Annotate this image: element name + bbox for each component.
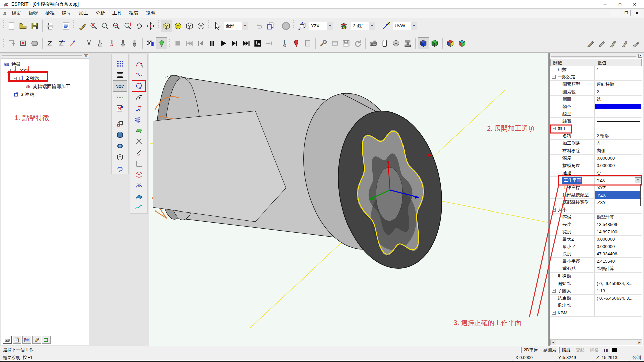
- status-toggle-交點[interactable]: 交點: [574, 347, 587, 353]
- line-style-preview[interactable]: [597, 114, 640, 114]
- property-row-20[interactable]: −大小: [550, 206, 642, 214]
- property-row-4[interactable]: 圖素號2: [550, 88, 642, 96]
- property-row-14[interactable]: 拔模角度0.000000: [550, 162, 642, 169]
- tree-panel-handle[interactable]: ✕: [1, 54, 89, 59]
- work-plane-icon-icon[interactable]: [297, 20, 308, 32]
- iso-box-icon[interactable]: [113, 152, 127, 163]
- menu-1[interactable]: 檔案: [8, 9, 25, 18]
- stop-octagon-icon[interactable]: [280, 20, 292, 32]
- hi-color-swatch[interactable]: [612, 348, 617, 352]
- line-style-preview[interactable]: [597, 121, 640, 122]
- expander-icon[interactable]: −: [7, 69, 11, 73]
- chisel-b-icon[interactable]: [596, 38, 607, 50]
- blue-disc-icon[interactable]: [113, 140, 127, 152]
- property-value[interactable]: YZX▼: [595, 177, 642, 184]
- status-toggle-捕捉[interactable]: 捕捉: [559, 347, 573, 353]
- drop-arrows-icon[interactable]: [113, 92, 127, 103]
- pin-red-icon[interactable]: [290, 37, 302, 49]
- tree-panel-close-icon[interactable]: ✕: [84, 54, 88, 58]
- zigzag-arrow-icon[interactable]: [132, 103, 146, 114]
- property-row-21[interactable]: 區域點擊計算: [550, 214, 642, 221]
- tree-node-lathe-operation[interactable]: 旋轉端面輪廓加工: [25, 84, 70, 90]
- tab-operations[interactable]: [13, 336, 21, 344]
- 3d-viewport[interactable]: [149, 53, 549, 346]
- property-value[interactable]: 2 輪廓: [595, 132, 642, 139]
- property-value[interactable]: [595, 73, 642, 80]
- property-panel-handle[interactable]: ✕: [550, 53, 643, 58]
- expander-icon[interactable]: −: [552, 208, 556, 212]
- zoom-scale-icon[interactable]: [122, 20, 133, 32]
- property-value[interactable]: [595, 125, 642, 132]
- tree-node-profile-2[interactable]: −2 輪廓: [13, 75, 40, 81]
- blue-swirl-icon[interactable]: [113, 163, 127, 174]
- checker-tool-icon[interactable]: [145, 37, 156, 49]
- glasses-icon[interactable]: [113, 80, 127, 92]
- media-loop-icon[interactable]: [252, 37, 263, 49]
- surface-blue-icon[interactable]: [132, 191, 146, 202]
- property-value[interactable]: ( 0, -6.450634, 3....: [595, 295, 642, 302]
- property-row-30[interactable]: 開始點( 0, -6.450634, 3....: [550, 280, 642, 287]
- status-toggle-網格[interactable]: 網格: [588, 347, 601, 353]
- mdi-close-button[interactable]: ✕: [633, 10, 641, 16]
- zoom-window-icon[interactable]: [88, 20, 99, 32]
- property-row-10[interactable]: 名稱2 輪廓: [550, 132, 642, 140]
- property-row-24[interactable]: 最大Z0.000000: [550, 236, 642, 243]
- close-button[interactable]: ✕: [627, 0, 642, 9]
- press-tool-icon[interactable]: [402, 37, 413, 49]
- axis-arrow-icon[interactable]: [67, 37, 79, 49]
- menu-8[interactable]: 視窗: [125, 9, 142, 18]
- vtoolbar-handle[interactable]: [132, 55, 146, 57]
- menu-9[interactable]: 說明: [142, 9, 159, 18]
- m-doc-icon[interactable]: [113, 103, 127, 114]
- display-wireframe-icon[interactable]: [184, 20, 195, 32]
- arc-plus-icon[interactable]: [132, 92, 146, 103]
- y-curve-icon[interactable]: [132, 147, 146, 158]
- property-row-23[interactable]: 寬度14.897100: [550, 228, 642, 236]
- property-row-5[interactable]: 層面銑: [550, 96, 642, 103]
- dropdown-option-yzx[interactable]: YZX: [595, 191, 640, 199]
- property-row-2[interactable]: −一般設定: [550, 73, 642, 81]
- transform-z2-icon[interactable]: [56, 37, 67, 49]
- cube-multi-icon[interactable]: [445, 37, 456, 49]
- dropdown-option-xyz[interactable]: XYZ: [595, 184, 640, 191]
- media-stop-icon[interactable]: [172, 37, 183, 49]
- property-panel-scrollbar[interactable]: ◀ ▶: [550, 339, 642, 345]
- color-swatch[interactable]: [595, 104, 641, 109]
- property-value[interactable]: 0.000000: [595, 236, 642, 243]
- tab-feature[interactable]: [3, 336, 12, 344]
- angle-edge-icon[interactable]: [132, 158, 146, 169]
- menu-4[interactable]: 建立: [58, 9, 75, 18]
- property-value[interactable]: [595, 309, 642, 316]
- menu-5[interactable]: 加工: [75, 9, 92, 18]
- dropdown-option-zxy[interactable]: ZXY: [595, 199, 640, 206]
- select-cursor-icon[interactable]: [211, 20, 223, 32]
- property-row-12[interactable]: 材料移除內側: [550, 147, 642, 155]
- report-icon[interactable]: [60, 20, 72, 32]
- refresh-gray-icon[interactable]: [352, 37, 363, 49]
- property-row-6[interactable]: 顏色: [550, 103, 642, 110]
- cube-blue-icon[interactable]: [418, 37, 429, 49]
- tree-root-features[interactable]: 特徵: [4, 61, 21, 67]
- menu-6[interactable]: 分析: [92, 9, 109, 18]
- property-row-33[interactable]: 退出點: [550, 302, 642, 309]
- x-curve-icon[interactable]: [132, 136, 146, 147]
- property-value[interactable]: 2.415540: [595, 258, 642, 265]
- media-prev-icon[interactable]: [195, 37, 206, 49]
- expander-icon[interactable]: −: [552, 75, 556, 79]
- property-value[interactable]: 14.897100: [595, 228, 642, 235]
- rounded-rect-icon[interactable]: [29, 37, 40, 49]
- profile-v-icon[interactable]: [83, 37, 95, 49]
- minimize-button[interactable]: ─: [598, 0, 612, 9]
- drill-tap-icon[interactable]: [129, 37, 140, 49]
- mdi-minimize-button[interactable]: –: [611, 10, 620, 16]
- chisel-a-icon[interactable]: [584, 38, 596, 50]
- menu-7[interactable]: 工具: [109, 9, 125, 18]
- menu-3[interactable]: 檢視: [42, 9, 58, 18]
- status-toggle-副圖素[interactable]: 副圖素: [541, 347, 559, 353]
- media-step-icon[interactable]: [263, 37, 275, 49]
- property-value[interactable]: 1:13: [595, 287, 642, 294]
- coil-spring-icon[interactable]: [132, 114, 146, 125]
- print-icon[interactable]: [45, 20, 56, 32]
- expander-icon[interactable]: +: [552, 311, 556, 315]
- property-value[interactable]: [595, 206, 642, 213]
